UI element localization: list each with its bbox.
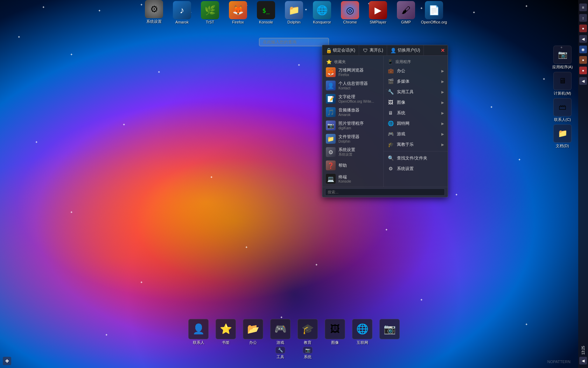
rap-item-contacts[interactable]: 🗃 联系人(C): [547, 98, 578, 122]
dock-item-konsole[interactable]: $_ Konsole: [253, 1, 279, 24]
dock-item-openoffice[interactable]: 📄 OpenOffice.org: [421, 1, 447, 24]
menu-item-help[interactable]: ❓ 帮助: [322, 159, 383, 172]
kontact-menu-title: 个人信息管理器: [338, 81, 368, 86]
rap-apps-icon: 📷: [553, 46, 572, 64]
bdock-system-label: 系统: [304, 354, 312, 360]
amarok-menu-icon: 🎵: [326, 107, 336, 117]
images-arrow: ▶: [441, 101, 444, 104]
system-settings-label2: 系统设置: [397, 166, 444, 172]
menu-item-amarok[interactable]: 🎵 音频播放器 Amarok: [322, 105, 383, 119]
office-icon: 💼: [387, 67, 394, 74]
sidebar-icon-4[interactable]: ◀: [579, 35, 587, 43]
bdock-system[interactable]: 📷 系统: [295, 347, 320, 360]
search-input[interactable]: [259, 38, 329, 46]
bdock-office[interactable]: 📂 办公: [240, 319, 266, 345]
lock-session-button[interactable]: 🔒 锁定会话(K): [322, 45, 359, 55]
sidebar-icon-2[interactable]: ↕: [579, 14, 587, 22]
menu-item-kontact[interactable]: 👤 个人信息管理器 Kontact: [322, 79, 383, 92]
dock-item-chrome[interactable]: ◎ Chrome: [337, 1, 363, 24]
amarok-menu-title: 音频播放器: [338, 108, 359, 113]
menu-item-systemsettings[interactable]: ⚙ 系统设置 系统设置: [322, 145, 383, 159]
terminal-menu-title: 终端: [338, 175, 351, 179]
rap-item-computer[interactable]: 🖥 计算机(M): [547, 72, 578, 96]
sidebar-icon-3[interactable]: ●: [579, 25, 587, 32]
bottom-dock-row1: 👤 联系人 ⭐ 书签 📂 办公 🎮 游戏 🎓 教育: [186, 319, 402, 345]
dock-item-amarok[interactable]: ♪ Amarok: [169, 1, 195, 24]
rap-item-documents[interactable]: 📁 文档(D): [547, 124, 578, 149]
dock-item-dolphin[interactable]: 📁 Dolphin: [281, 1, 307, 24]
menu-item-digikam[interactable]: 📷 照片管理程序 digiKam: [322, 119, 383, 132]
menu-item-dolphin[interactable]: 📁 文件管理器 Dolphin: [322, 132, 383, 145]
menu-find-files[interactable]: 🔍 查找文件/文件夹: [384, 153, 448, 163]
menu-apps-multimedia[interactable]: 🎬 多媒体 ▶: [384, 76, 448, 87]
sidebar-icon-5[interactable]: ◉: [579, 46, 587, 53]
menu-divider: [384, 151, 448, 151]
menu-search-input[interactable]: [325, 189, 445, 196]
menu-system-settings[interactable]: ⚙ 系统设置: [384, 163, 448, 174]
search-bar: [259, 38, 329, 46]
dock-item-firefox[interactable]: 🦊 Firefox: [225, 1, 251, 24]
sidebar-icon-6[interactable]: ●: [579, 56, 587, 64]
menu-body: ⭐ 收藏夹 🦊 万维网浏览器 Firefox 👤 个人信息管理器 Kontact…: [322, 56, 448, 187]
apps-section-icon: 📱: [387, 59, 393, 65]
bdock-games[interactable]: 🎮 游戏: [268, 319, 293, 345]
star: ✦: [542, 77, 545, 81]
bottom-dock-row2: 🔧 工具 📷 系统: [268, 347, 320, 360]
games-icon: 🎮: [387, 130, 394, 137]
dock-item-gimp[interactable]: 🖌 GIMP: [393, 1, 419, 24]
sidebar-icon-bottom[interactable]: ◀: [579, 357, 587, 364]
terminal-menu-sub: Konsole: [338, 179, 351, 183]
dock-item-sysconfig[interactable]: ⚙ 系统设置: [141, 0, 167, 24]
menu-item-firefox[interactable]: 🦊 万维网浏览器 Firefox: [322, 66, 383, 79]
menu-item-writer[interactable]: 📝 文字处理 OpenOffice.org Write...: [322, 92, 383, 105]
switch-user-button[interactable]: 👤 切换用户(U): [387, 45, 424, 55]
corner-icon[interactable]: ❖: [3, 357, 11, 365]
tools-arrow: ▶: [441, 90, 444, 94]
bottom-dock: 👤 联系人 ⭐ 书签 📂 办公 🎮 游戏 🎓 教育: [186, 319, 402, 361]
rap-item-apps[interactable]: 📷 应用程序(A): [547, 46, 578, 70]
bdock-education[interactable]: 🎓 教育: [295, 319, 320, 345]
find-files-icon: 🔍: [387, 155, 394, 162]
firefox-menu-title: 万维网浏览器: [338, 68, 364, 73]
star: ✦: [245, 245, 248, 249]
internet-label: 因特网: [397, 121, 439, 127]
corner-symbol: ❖: [5, 358, 9, 364]
menu-item-terminal[interactable]: 💻 终端 Konsole: [322, 172, 383, 185]
menu-apps-images[interactable]: 🖼 图像 ▶: [384, 97, 448, 108]
menu-apps-office[interactable]: 💼 办公 ▶: [384, 66, 448, 76]
dock-item-trast[interactable]: 🌿 TrST: [197, 1, 223, 24]
digikam-menu-title: 照片管理程序: [338, 121, 364, 126]
bdock-images[interactable]: 🖼 图像: [322, 319, 348, 345]
star: ✦: [385, 228, 388, 232]
menu-apps-system[interactable]: 🖥 系统 ▶: [384, 108, 448, 118]
bdock-contacts[interactable]: 👤 联系人: [186, 319, 211, 345]
menu-close-button[interactable]: ✕: [438, 46, 448, 55]
menu-apps-games[interactable]: 🎮 游戏 ▶: [384, 129, 448, 139]
bdock-office-label: 办公: [249, 340, 257, 345]
switch-user-icon: 👤: [391, 48, 396, 53]
bdock-internet[interactable]: 🌐 互联网: [350, 319, 375, 345]
menu-apps-tools[interactable]: 🔧 实用工具 ▶: [384, 87, 448, 97]
tools-icon: 🔧: [387, 88, 394, 95]
sidebar-icon-8[interactable]: ◀: [579, 77, 587, 85]
logout-button[interactable]: 🛡 离开(L): [359, 45, 387, 55]
bdock-education-label: 教育: [304, 340, 312, 345]
star: ✦: [140, 280, 143, 284]
menu-apps-education[interactable]: 🎓 寓教于乐 ▶: [384, 139, 448, 150]
menu-apps-internet[interactable]: 🌐 因特网 ▶: [384, 118, 448, 129]
sidebar-icon-7[interactable]: ●: [579, 67, 587, 74]
internet-arrow: ▶: [441, 122, 444, 125]
bdock-extra[interactable]: 📷: [377, 319, 402, 345]
bdock-tools[interactable]: 🔧 工具: [268, 347, 293, 360]
sidebar-icon-1[interactable]: ≡: [579, 4, 587, 11]
dock-label-konqueror: Konqueror: [313, 20, 331, 24]
bdock-bookmarks[interactable]: ⭐ 书签: [213, 319, 238, 345]
top-dock: ⚙ 系统设置 ♪ Amarok 🌿 TrST 🦊 Firefox $_ Kons…: [0, 0, 588, 26]
dock-label-amarok: Amarok: [175, 20, 189, 24]
dock-item-smplayer[interactable]: ▶ SMPlayer: [365, 1, 391, 24]
games-arrow: ▶: [441, 132, 444, 136]
dock-item-konqueror[interactable]: 🌐 Konqueror: [309, 1, 335, 24]
dock-label-konsole: Konsole: [259, 20, 273, 24]
dolphin-menu-icon: 📁: [326, 134, 336, 144]
star: ✦: [518, 158, 521, 162]
